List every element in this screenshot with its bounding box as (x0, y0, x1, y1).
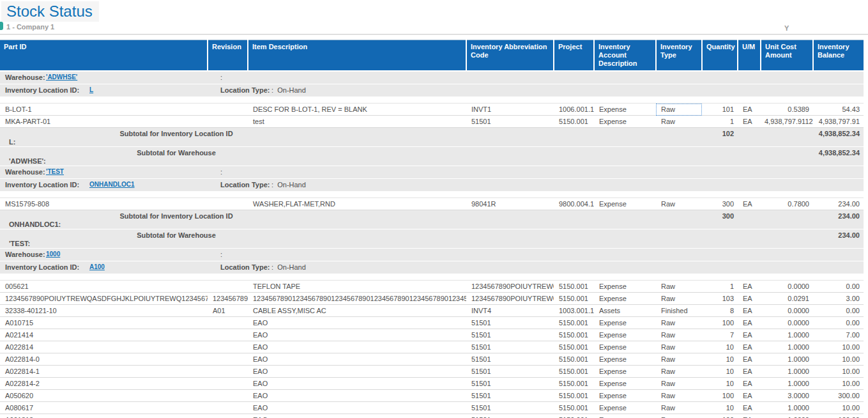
cell-inventory-balance: 100.00 (813, 414, 864, 418)
location-link[interactable]: A100 (89, 263, 105, 270)
subtotal-location-row: Subtotal for Inventory Location IDONHAND… (0, 210, 864, 229)
cell-unit-cost-amount: 0.0000 (761, 317, 813, 329)
table-row: MKA-PART-01test515015150.001ExpenseRaw1E… (0, 116, 864, 128)
cell-revision (208, 366, 248, 378)
cell-item-description: CABLE ASSY,MISC AC (248, 305, 466, 317)
cell-unit-cost-amount: 1.0000 (761, 366, 813, 378)
cell-unit-cost-amount: 4,938,797.9112 (761, 116, 813, 128)
cell-item-description: WASHER,FLAT-MET,RND (248, 198, 466, 210)
cell-inventory-account-description: Expense (594, 281, 656, 293)
cell-revision (208, 329, 248, 341)
cell-inventory-balance: 3.00 (813, 293, 864, 305)
cell-inventory-balance: 10.00 (813, 366, 864, 378)
cell-inventory-abbreviation-code: 1234567890POIUYTREWQ (466, 281, 554, 293)
cell-um: EA (738, 329, 761, 341)
cell-revision (208, 414, 248, 418)
cell-um: EA (738, 317, 761, 329)
cell-inventory-abbreviation-code: 51501 (466, 390, 554, 402)
cell-um: EA (738, 104, 761, 116)
cell-project: 5150.001 (554, 353, 594, 366)
subtotal-um-spacer (738, 229, 761, 249)
cell-item-description: EAO (248, 353, 466, 366)
table-row: 005621TEFLON TAPE1234567890POIUYTREWQ515… (0, 281, 864, 293)
cell-part-id: 1234567890POIUYTREWQASDFGHJKLPOIUYTREWQ1… (0, 293, 208, 305)
subtotal-unitcost-spacer (761, 210, 813, 229)
column-header-revision: Revision (208, 40, 248, 72)
cell-quantity: 100 (702, 390, 738, 402)
cell-inventory-abbreviation-code: 98041R (466, 198, 554, 210)
cell-um: EA (738, 293, 761, 305)
cell-item-description: DESC FOR B-LOT-1, REV = BLANK (248, 104, 466, 116)
location-band-row: Inventory Location ID:ONHANDLOC1Location… (0, 179, 864, 192)
cell-inventory-type[interactable]: Raw (656, 104, 702, 116)
subtotal-name: 'TEST: (4, 240, 698, 248)
cell-item-description: EAO (248, 366, 466, 378)
spacer-row (0, 97, 864, 104)
cell-part-id: A022814-2 (0, 378, 208, 390)
panel-edge-icon[interactable] (0, 22, 3, 30)
cell-part-id: A091813 (0, 414, 208, 418)
cell-quantity: 10 (702, 353, 738, 366)
subtotal-quantity (702, 147, 738, 166)
stock-status-page: Stock Status 1 - Company 1 Y Part IDRevi… (0, 0, 868, 418)
cell-inventory-balance: 10.00 (813, 353, 864, 366)
cell-inventory-abbreviation-code: 51501 (466, 317, 554, 329)
subtotal-um-spacer (738, 210, 761, 229)
cell-inventory-type: Raw (656, 353, 702, 366)
subtotal-title: Subtotal for Warehouse (4, 231, 349, 240)
cell-item-description: EAO (248, 317, 466, 329)
cell-inventory-account-description: Expense (594, 390, 656, 402)
cell-inventory-balance: 234.00 (813, 198, 864, 210)
cell-project: 5150.001 (554, 390, 594, 402)
cell-quantity: 10 (702, 341, 738, 353)
cell-um: EA (738, 366, 761, 378)
cell-part-id: A021414 (0, 329, 208, 341)
column-header-quantity: Quantity (702, 40, 738, 72)
subtotal-warehouse-row: Subtotal for Warehouse'ADWHSE':4,938,852… (0, 147, 864, 166)
cell-project: 5150.001 (554, 293, 594, 305)
cell-part-id: A080617 (0, 402, 208, 414)
column-header-part-id: Part ID (0, 40, 208, 72)
subtotal-balance: 234.00 (813, 210, 864, 229)
cell-unit-cost-amount: 1.0000 (761, 378, 813, 390)
location-link[interactable]: L (89, 86, 93, 93)
warehouse-link[interactable]: 'TEST (46, 168, 64, 175)
group-label: Location Type: (220, 181, 270, 189)
cell-inventory-abbreviation-code: 51501 (466, 329, 554, 341)
warehouse-link[interactable]: 'ADWHSE' (46, 74, 77, 81)
cell-revision: 1234567890 (208, 293, 248, 305)
report-subheader: 1 - Company 1 Y (0, 22, 868, 35)
cell-quantity: 8 (702, 305, 738, 317)
warehouse-band-cell: Warehouse:1000: (0, 249, 864, 261)
subtotal-balance: 4,938,852.34 (813, 128, 864, 147)
cell-inventory-account-description: Expense (594, 104, 656, 116)
cell-quantity: 101 (702, 104, 738, 116)
cell-project: 9800.004.10 (554, 198, 594, 210)
warehouse-band-row: Warehouse:1000: (0, 249, 864, 261)
warehouse-link[interactable]: 1000 (46, 251, 60, 258)
group-label: Location Type: (220, 86, 270, 94)
group-label: Location Type: (220, 263, 270, 271)
location-type-value: : On-Hand (270, 181, 306, 189)
cell-inventory-type: Finished (656, 305, 702, 317)
subtotal-warehouse-row: Subtotal for Warehouse'TEST:234.00 (0, 229, 864, 249)
cell-quantity: 300 (702, 198, 738, 210)
location-link[interactable]: ONHANDLOC1 (89, 181, 135, 188)
subtotal-quantity: 300 (702, 210, 738, 229)
cell-inventory-type: Raw (656, 198, 702, 210)
subtotal-title: Subtotal for Warehouse (4, 149, 349, 157)
cell-project: 5150.001 (554, 317, 594, 329)
location-type-value: : On-Hand (270, 263, 306, 271)
cell-inventory-balance: 300.00 (813, 390, 864, 402)
subtotal-balance: 4,938,852.34 (813, 147, 864, 166)
cell-project: 1003.001.10 (554, 305, 594, 317)
cell-item-description: 1234567890123456789012345678901234567890… (248, 293, 466, 305)
cell-quantity: 1 (702, 116, 738, 128)
spacer-row (0, 274, 864, 281)
cell-inventory-abbreviation-code: 51501 (466, 414, 554, 418)
cell-um: EA (738, 353, 761, 366)
cell-unit-cost-amount: 0.5389 (761, 104, 813, 116)
cell-unit-cost-amount: 0.0000 (761, 281, 813, 293)
column-header-unit-cost-amount: Unit Cost Amount (761, 40, 813, 72)
cell-um: EA (738, 305, 761, 317)
